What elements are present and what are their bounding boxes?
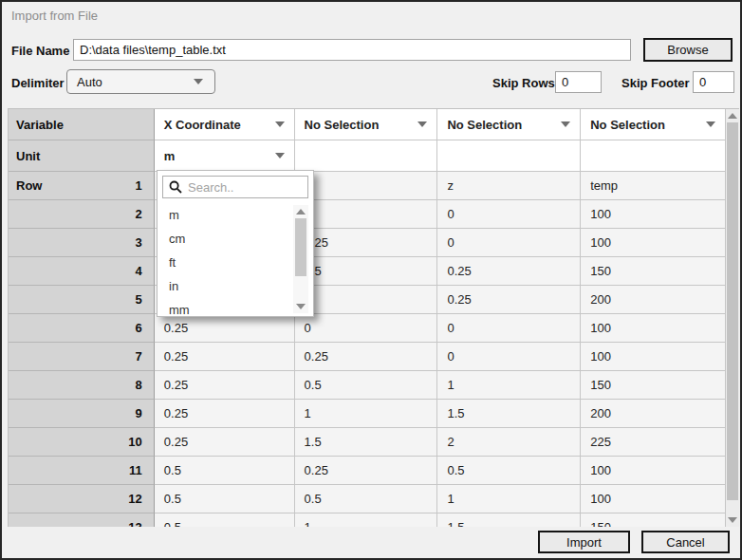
skip-footer-input[interactable] bbox=[693, 71, 734, 93]
unit-option-ft[interactable]: ft bbox=[158, 251, 290, 274]
dialog-title: Import from File bbox=[11, 9, 98, 23]
table-cell: 0.5 bbox=[155, 513, 295, 527]
popup-scrollbar[interactable] bbox=[293, 205, 308, 313]
unit-cell-empty[interactable] bbox=[581, 140, 726, 172]
scroll-down-icon[interactable] bbox=[728, 517, 737, 523]
scroll-up-icon[interactable] bbox=[728, 113, 737, 119]
preview-table: Variable X Coordinate No Selection No Se… bbox=[8, 108, 726, 527]
unit-cell-empty[interactable] bbox=[437, 140, 581, 172]
table-cell: z bbox=[437, 172, 581, 200]
table-cell: 0.25 bbox=[437, 286, 581, 314]
table-cell: 200 bbox=[581, 286, 726, 314]
row-number: 5 bbox=[136, 292, 142, 307]
unit-search-box[interactable] bbox=[162, 176, 308, 198]
table-cell: 100 bbox=[581, 229, 726, 257]
unit-option-mm[interactable]: mm bbox=[158, 298, 290, 322]
scroll-down-icon[interactable] bbox=[296, 304, 306, 309]
table-cell bbox=[295, 286, 438, 314]
cancel-button[interactable]: Cancel bbox=[641, 531, 730, 553]
table-cell: 0 bbox=[437, 200, 581, 229]
row-number: 10 bbox=[128, 435, 141, 449]
import-button[interactable]: Import bbox=[538, 531, 630, 553]
unit-selector[interactable]: m bbox=[155, 140, 295, 172]
row-header: Row 1 bbox=[9, 172, 155, 200]
table-cell: 100 bbox=[581, 343, 726, 371]
table-cell: 100 bbox=[581, 314, 726, 343]
column-selector-3[interactable]: No Selection bbox=[437, 109, 581, 140]
column-selector-2[interactable]: No Selection bbox=[295, 109, 438, 140]
browse-button[interactable]: Browse bbox=[643, 38, 733, 62]
table-scrollbar[interactable] bbox=[726, 108, 739, 527]
unit-option-in[interactable]: in bbox=[158, 274, 290, 298]
row-number: 4 bbox=[136, 264, 142, 278]
column-selector-4[interactable]: No Selection bbox=[581, 109, 726, 140]
row-header: 12 bbox=[9, 485, 155, 513]
file-name-label: File Name bbox=[11, 44, 69, 58]
search-icon bbox=[169, 180, 182, 194]
row-number: 12 bbox=[128, 492, 141, 506]
table-cell: 0.25 bbox=[295, 229, 438, 257]
row-number: 3 bbox=[136, 235, 142, 250]
table-cell: 100 bbox=[581, 485, 726, 513]
unit-option-cm[interactable]: cm bbox=[158, 227, 290, 251]
table-cell: 1.5 bbox=[437, 513, 581, 527]
unit-row-label: Unit bbox=[9, 140, 155, 172]
table-row: 11 0.5 0.25 0.5 100 bbox=[9, 457, 726, 485]
table-cell: 0.25 bbox=[155, 400, 295, 428]
row-header: 6 bbox=[9, 314, 155, 343]
table-cell: 1 bbox=[437, 371, 581, 400]
table-cell: 200 bbox=[581, 400, 726, 428]
delimiter-select[interactable]: Auto bbox=[66, 69, 215, 94]
table-cell: temp bbox=[581, 172, 726, 200]
table-cell: 0.25 bbox=[295, 457, 438, 485]
file-name-input[interactable] bbox=[73, 39, 631, 61]
table-row: 4 0.5 0.25 150 bbox=[9, 257, 726, 286]
row-number: 9 bbox=[136, 406, 142, 420]
column-selector-1[interactable]: X Coordinate bbox=[155, 109, 295, 140]
scrollbar-thumb[interactable] bbox=[295, 218, 306, 276]
unit-option-m[interactable]: m bbox=[158, 203, 290, 227]
table-cell: 0.5 bbox=[295, 257, 438, 286]
table-cell: 1 bbox=[437, 485, 581, 513]
row-number: 13 bbox=[128, 520, 141, 527]
delimiter-value: Auto bbox=[77, 75, 102, 89]
table-cell bbox=[295, 200, 438, 229]
variable-row: Variable X Coordinate No Selection No Se… bbox=[9, 109, 726, 140]
delimiter-label: Delimiter bbox=[11, 76, 65, 90]
table-cell: 150 bbox=[581, 257, 726, 286]
table-row: 3 0.25 0 100 bbox=[9, 229, 726, 257]
unit-dropdown-popup: m cm ft in mm bbox=[157, 170, 314, 317]
row-header: 3 bbox=[9, 229, 155, 257]
row-header: 10 bbox=[9, 428, 155, 457]
chevron-down-icon bbox=[417, 121, 427, 127]
table-row: 2 0 100 bbox=[9, 200, 726, 229]
table-row: 7 0.25 0.25 0 100 bbox=[9, 343, 726, 371]
row-number: 8 bbox=[136, 378, 142, 392]
table-cell: 150 bbox=[581, 371, 726, 400]
table-cell: 2 bbox=[437, 428, 581, 457]
table-cell: 0.5 bbox=[155, 457, 295, 485]
unit-cell-empty[interactable] bbox=[295, 140, 438, 172]
table-cell: 0.5 bbox=[437, 457, 581, 485]
row-header: 4 bbox=[9, 257, 155, 286]
unit-search-input[interactable] bbox=[188, 180, 302, 195]
table-cell: 100 bbox=[581, 200, 726, 229]
chevron-down-icon bbox=[194, 79, 203, 84]
table-cell: 0 bbox=[437, 343, 581, 371]
table-cell: 0.25 bbox=[155, 343, 295, 371]
table-cell: 0.25 bbox=[155, 371, 295, 400]
table-cell: 150 bbox=[581, 513, 726, 527]
row-label: Row bbox=[16, 178, 42, 193]
table-cell: 0.25 bbox=[155, 428, 295, 457]
skip-rows-input[interactable] bbox=[555, 71, 602, 93]
row-number: 6 bbox=[136, 321, 142, 335]
row-header: 13 bbox=[9, 513, 155, 527]
row-header: 7 bbox=[9, 343, 155, 371]
table-cell: 0.5 bbox=[295, 371, 438, 400]
scrollbar-thumb[interactable] bbox=[727, 122, 738, 500]
variable-row-label: Variable bbox=[9, 109, 155, 140]
scroll-up-icon[interactable] bbox=[296, 209, 306, 215]
chevron-down-icon bbox=[275, 121, 285, 127]
table-cell: 0 bbox=[437, 314, 581, 343]
table-cell: 225 bbox=[581, 428, 726, 457]
